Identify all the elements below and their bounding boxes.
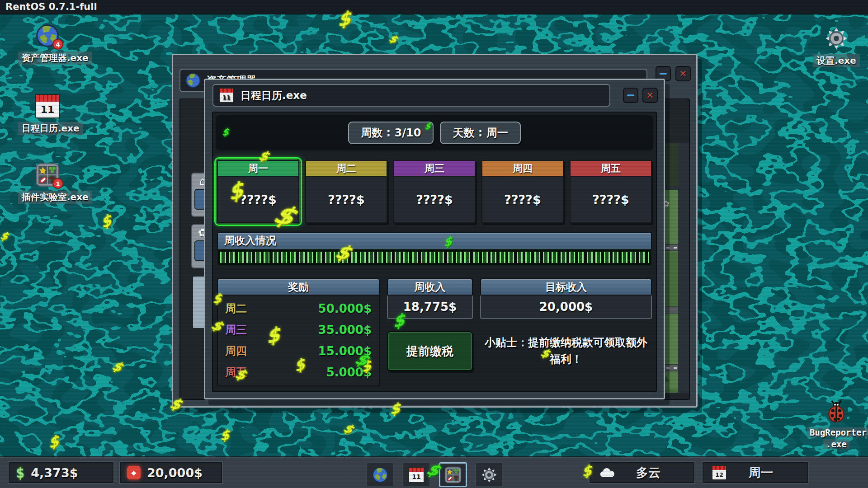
money-value: 4,373$ xyxy=(31,466,78,480)
close-icon[interactable]: ✕ xyxy=(642,88,658,103)
target-income-header: 目标收入 xyxy=(480,278,652,296)
gear-icon xyxy=(824,26,849,51)
pay-tax-button[interactable]: 提前缴税 xyxy=(387,331,473,371)
ladybug-icon xyxy=(824,399,849,424)
os-title-bar: RentOS 0.7.1-full xyxy=(0,0,868,14)
tray-schedule-calendar[interactable]: 11 xyxy=(402,462,430,487)
os-title: RentOS 0.7.1-full xyxy=(5,1,97,12)
rewards-body: 周二 50.000$ 周三 35.000$ 周四 15.000$ 周五 5.00… xyxy=(217,296,380,386)
calendar-icon: 11 xyxy=(35,94,60,118)
week-counter[interactable]: 周数 : 3/10 xyxy=(348,122,434,144)
dollar-icon: $ xyxy=(16,464,24,481)
week-income-panel: 周收入 18,775$ xyxy=(387,278,473,319)
calendar-titlebar[interactable]: 11 日程日历.exe xyxy=(212,84,610,107)
notification-badge: 1 xyxy=(52,178,63,189)
day-card[interactable]: 周二 ????$ xyxy=(305,160,387,223)
window-title: 日程日历.exe xyxy=(241,89,307,103)
target-income-value: 20,000$ xyxy=(480,296,652,319)
globe-icon xyxy=(185,72,201,89)
day-card[interactable]: 周三 ????$ xyxy=(393,160,476,223)
income-bar-label: 周收入情况 xyxy=(217,232,652,249)
weather-label: 多云 xyxy=(616,465,681,481)
day-card[interactable]: 周一 ????$ xyxy=(217,160,299,223)
tray-plugin-lab[interactable] xyxy=(439,462,467,487)
tip-text: 小贴士：提前缴纳税款可领取额外福利！ xyxy=(480,334,652,368)
plugin-lab-icon: 1 xyxy=(35,163,60,187)
reward-row: 周四 15.000$ xyxy=(225,340,372,361)
week-income-header: 周收入 xyxy=(387,278,473,296)
desktop-icon-bug-reporter[interactable]: BugReporter .exe xyxy=(807,399,866,449)
calendar-content: 周数 : 3/10 天数 : 周一 周一 ????$ 周二 ????$ 周三 ?… xyxy=(212,112,657,392)
notification-badge: 4 xyxy=(52,39,63,50)
taskbar: $ 4,373$ 20,000$ 11 多云 12 周一 xyxy=(0,456,868,488)
target-money-display: 20,000$ xyxy=(119,461,223,484)
calendar-window: 11 日程日历.exe ✕ 周数 : 3/10 天数 : 周一 周一 ????$… xyxy=(204,79,665,399)
calendar-icon: 11 xyxy=(219,88,234,103)
week-income-value: 18,775$ xyxy=(387,296,473,319)
tray-settings[interactable] xyxy=(475,462,503,487)
desktop-icon-schedule-calendar[interactable]: 11 日程日历.exe xyxy=(18,94,77,135)
globe-icon: 4 xyxy=(35,23,60,48)
target-income-panel: 目标收入 20,000$ xyxy=(480,278,652,319)
income-progress-bar xyxy=(217,249,652,266)
minimize-button[interactable] xyxy=(623,88,638,103)
desktop-icon-asset-manager[interactable]: 4 资产管理器.exe xyxy=(18,23,77,65)
day-display: 12 周一 xyxy=(702,461,809,484)
desktop-icon-label: .exe xyxy=(823,439,849,449)
desktop-icon-plugin-lab[interactable]: 1 插件实验室.exe xyxy=(18,163,77,204)
day-card[interactable]: 周五 ????$ xyxy=(570,160,652,223)
cloud-icon xyxy=(599,466,616,479)
rewards-panel: 奖励 周二 50.000$ 周三 35.000$ 周四 15.000$ 周五 5… xyxy=(217,278,380,386)
weather-display: 多云 xyxy=(589,461,695,484)
day-card[interactable]: 周四 ????$ xyxy=(481,160,564,223)
day-counter[interactable]: 天数 : 周一 xyxy=(440,122,520,144)
income-section: 周收入情况 xyxy=(217,232,652,266)
close-icon[interactable]: ✕ xyxy=(675,66,691,81)
tray-asset-manager[interactable] xyxy=(366,462,394,487)
week-day-strip: 周数 : 3/10 天数 : 周一 xyxy=(216,115,653,150)
money-display: $ 4,373$ xyxy=(8,461,114,484)
globe-icon xyxy=(372,466,389,483)
rewards-header: 奖励 xyxy=(217,278,380,296)
desktop-icon-settings[interactable]: 设置.exe xyxy=(807,26,866,67)
reward-row: 周五 5.000$ xyxy=(225,361,372,383)
calendar-icon: 12 xyxy=(712,465,727,480)
desktop-icon-label: 资产管理器.exe xyxy=(18,52,92,65)
desktop-icon-label: 日程日历.exe xyxy=(18,122,83,135)
day-label: 周一 xyxy=(727,465,795,481)
reward-row: 周三 35.000$ xyxy=(225,319,372,340)
day-cards: 周一 ????$ 周二 ????$ 周三 ????$ 周四 ????$ 周五 ?… xyxy=(217,160,652,223)
target-money-value: 20,000$ xyxy=(147,466,203,480)
gear-icon xyxy=(481,466,498,483)
desktop-icon-label: 设置.exe xyxy=(813,54,860,67)
desktop-icon-label: 插件实验室.exe xyxy=(18,191,92,204)
reward-row: 周二 50.000$ xyxy=(225,298,372,319)
calendar-icon: 11 xyxy=(408,467,425,483)
target-icon xyxy=(127,466,141,479)
plugin-lab-icon xyxy=(444,466,462,483)
